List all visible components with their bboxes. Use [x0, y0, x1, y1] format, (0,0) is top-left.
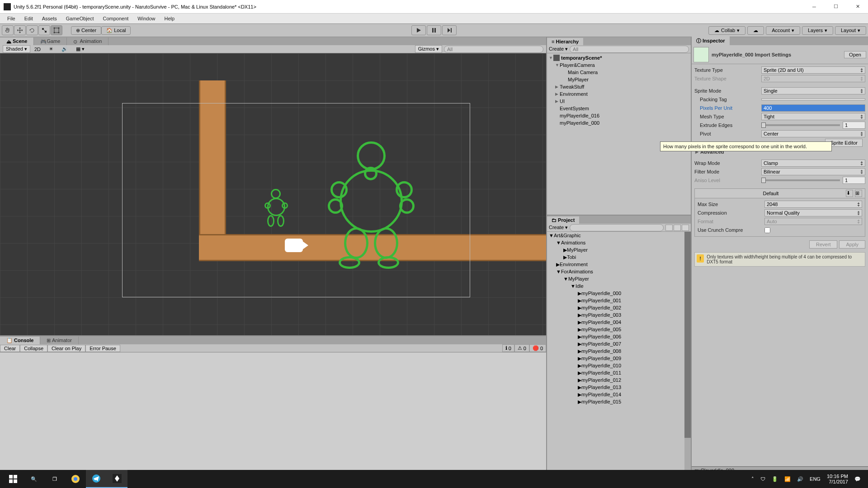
- tray-lang[interactable]: ENG: [810, 476, 821, 482]
- project-folder[interactable]: ▼MyPlayer: [547, 275, 691, 282]
- project-file[interactable]: ▶myPlayerIdle_010: [547, 362, 691, 369]
- compression-dropdown[interactable]: Normal Quality‡: [764, 209, 862, 216]
- close-button[interactable]: ✕: [851, 2, 864, 11]
- project-file[interactable]: ▶myPlayerIdle_000: [547, 290, 691, 297]
- platform-default-tab[interactable]: Default: [698, 191, 844, 196]
- project-folder[interactable]: ▶Environment: [547, 261, 691, 268]
- hierarchy-tab[interactable]: ≡ Hierarchy: [547, 38, 583, 45]
- inspector-tab[interactable]: ⓘ Inspector: [692, 37, 730, 45]
- hand-tool[interactable]: [2, 25, 14, 35]
- project-file[interactable]: ▶myPlayerIdle_011: [547, 369, 691, 376]
- step-button[interactable]: [442, 25, 457, 35]
- sprite-small[interactable]: [264, 189, 289, 234]
- sprite-large[interactable]: [328, 141, 418, 272]
- console-warn-count[interactable]: ⚠ 0: [514, 344, 529, 352]
- audio-toggle[interactable]: 🔊: [57, 46, 72, 52]
- proj-menu-icon[interactable]: [682, 225, 689, 231]
- project-folder[interactable]: ▼ForAnimations: [547, 268, 691, 275]
- menu-help[interactable]: Help: [160, 14, 179, 23]
- proj-star-icon[interactable]: [674, 225, 681, 231]
- tab-animator[interactable]: ⊞ Animator: [40, 337, 78, 344]
- hierarchy-item[interactable]: myPlayerIdle_016: [547, 112, 691, 119]
- move-tool[interactable]: [14, 25, 26, 35]
- shading-dropdown[interactable]: Shaded ▾: [3, 45, 30, 53]
- pivot-dropdown[interactable]: Center‡: [761, 130, 865, 137]
- telegram-button[interactable]: [86, 470, 107, 488]
- console-collapse-button[interactable]: Collapse: [20, 345, 47, 352]
- account-dropdown[interactable]: Account ▾: [766, 26, 800, 35]
- gizmos-dropdown[interactable]: Gizmos ▾: [415, 45, 442, 53]
- unity-button[interactable]: [107, 470, 127, 488]
- hierarchy-search-input[interactable]: [570, 46, 689, 53]
- menu-assets[interactable]: Assets: [38, 14, 61, 23]
- open-button[interactable]: Open: [844, 51, 866, 58]
- project-file[interactable]: ▶myPlayerIdle_009: [547, 355, 691, 362]
- wrap-dropdown[interactable]: Clamp‡: [761, 160, 865, 167]
- project-search-input[interactable]: [570, 224, 664, 231]
- pivot-toggle[interactable]: ⊕ Center: [71, 26, 101, 35]
- project-file[interactable]: ▶myPlayerIdle_002: [547, 304, 691, 311]
- task-view-button[interactable]: ❐: [44, 470, 65, 488]
- tab-console[interactable]: 📋 Console: [0, 337, 40, 344]
- maximize-button[interactable]: ☐: [829, 2, 843, 11]
- tray-expand-icon[interactable]: ˄: [751, 476, 754, 482]
- menu-gameobject[interactable]: GameObject: [61, 14, 99, 23]
- project-file[interactable]: ▶myPlayerIdle_004: [547, 319, 691, 326]
- project-file[interactable]: ▶myPlayerIdle_001: [547, 297, 691, 304]
- menu-edit[interactable]: Edit: [20, 14, 38, 23]
- project-folder[interactable]: ▼Animations: [547, 239, 691, 246]
- console-clearplay-button[interactable]: Clear on Play: [47, 345, 85, 352]
- project-file[interactable]: ▶myPlayerIdle_003: [547, 311, 691, 319]
- rect-tool[interactable]: [51, 25, 62, 35]
- proj-filter-icon[interactable]: [665, 225, 673, 231]
- scene-root[interactable]: ▼temporaryScene*: [547, 54, 691, 61]
- tab-game[interactable]: 🎮Game: [34, 38, 67, 45]
- space-toggle[interactable]: 🏠 Local: [101, 26, 131, 35]
- menu-component[interactable]: Component: [98, 14, 133, 23]
- effects-toggle[interactable]: ▦ ▾: [72, 46, 89, 52]
- camera-gizmo-icon[interactable]: [285, 236, 309, 254]
- hierarchy-item[interactable]: ▶Environment: [547, 90, 691, 98]
- revert-button[interactable]: Revert: [809, 240, 837, 249]
- mode-2d-toggle[interactable]: 2D: [30, 46, 45, 52]
- search-button[interactable]: 🔍: [24, 470, 44, 488]
- cloud-button[interactable]: ☁: [747, 26, 764, 35]
- texture-type-dropdown[interactable]: Sprite (2D and UI)‡: [761, 66, 865, 74]
- project-file[interactable]: ▶myPlayerIdle_015: [547, 398, 691, 405]
- layers-dropdown[interactable]: Layers ▾: [802, 26, 833, 35]
- hierarchy-item[interactable]: myPlayerIdle_000: [547, 119, 691, 127]
- project-folder[interactable]: ▼Idle: [547, 282, 691, 290]
- lighting-toggle[interactable]: ☀: [45, 46, 57, 52]
- project-folder[interactable]: ▶Tobi: [547, 253, 691, 261]
- project-tab[interactable]: 🗀 Project: [547, 216, 579, 224]
- project-file[interactable]: ▶myPlayerIdle_005: [547, 326, 691, 333]
- mesh-type-dropdown[interactable]: Tight‡: [761, 113, 865, 120]
- tray-wifi-icon[interactable]: 📶: [784, 476, 791, 482]
- project-file[interactable]: ▶myPlayerIdle_006: [547, 333, 691, 340]
- layout-dropdown[interactable]: Layout ▾: [835, 26, 866, 35]
- max-size-dropdown[interactable]: 2048‡: [764, 201, 862, 208]
- project-file[interactable]: ▶myPlayerIdle_014: [547, 391, 691, 398]
- menu-file[interactable]: File: [3, 14, 20, 23]
- console-info-count[interactable]: ℹ 0: [502, 344, 514, 352]
- apply-button[interactable]: Apply: [839, 240, 865, 249]
- platform-override-tab[interactable]: ⊞: [855, 190, 862, 197]
- hierarchy-item[interactable]: EventSystem: [547, 105, 691, 112]
- project-file[interactable]: ▶myPlayerIdle_008: [547, 347, 691, 355]
- console-err-count[interactable]: 🛑 0: [529, 344, 546, 352]
- pause-button[interactable]: [427, 25, 441, 35]
- project-file[interactable]: ▶myPlayerIdle_013: [547, 384, 691, 391]
- platform-standalone-tab[interactable]: ⬇: [846, 190, 853, 197]
- hierarchy-item[interactable]: ▶TweakStuff: [547, 83, 691, 90]
- scene-search-input[interactable]: [444, 46, 543, 53]
- chrome-button[interactable]: [65, 470, 86, 488]
- extrude-slider[interactable]: [761, 124, 840, 126]
- tray-notifications-icon[interactable]: 💬: [854, 476, 861, 482]
- collab-dropdown[interactable]: ☁ Collab ▾: [708, 26, 745, 35]
- hierarchy-item[interactable]: MyPlayer: [547, 76, 691, 83]
- tab-scene[interactable]: ⛰Scene: [0, 38, 34, 45]
- menu-window[interactable]: Window: [133, 14, 160, 23]
- console-errpause-button[interactable]: Error Pause: [85, 345, 120, 352]
- hierarchy-item[interactable]: Main Camera: [547, 69, 691, 76]
- crunch-checkbox[interactable]: [764, 227, 770, 233]
